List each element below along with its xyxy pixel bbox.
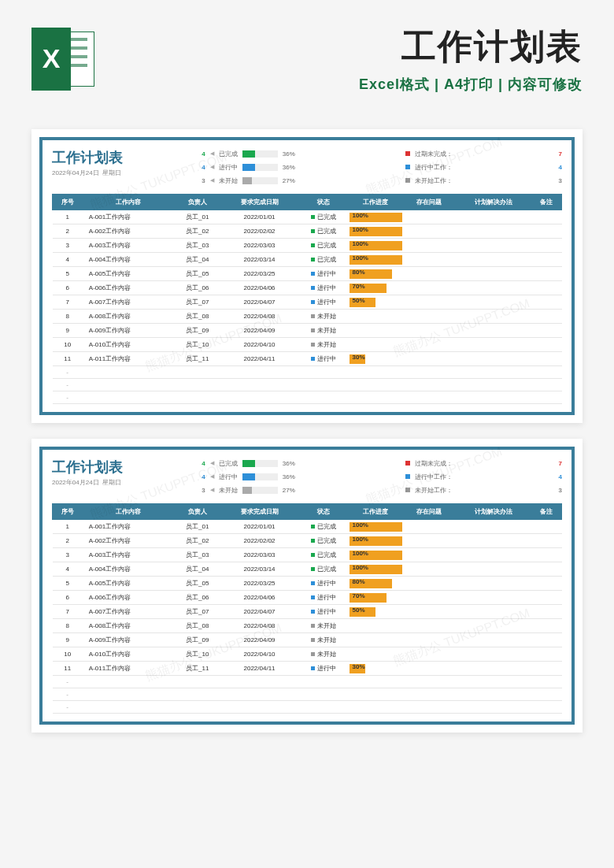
cell-issue <box>402 520 455 534</box>
page-header: X 工作计划表 Excel格式 | A4打印 | 内容可修改 <box>0 24 614 113</box>
cell-content: A-010工作内容 <box>83 338 174 352</box>
col-header: 备注 <box>531 504 561 520</box>
cell-owner: 员工_04 <box>173 562 221 577</box>
stat-bar <box>242 177 278 184</box>
cell-due: 2022/04/09 <box>221 324 298 338</box>
status-dot-icon <box>311 581 315 585</box>
cell-note <box>531 267 561 281</box>
stats-mid: 4 ◀ 已完成 36% 4 ◀ 进行中 36% 3 ◀ 未开始 27% <box>196 148 405 186</box>
cell-owner: 员工_02 <box>173 224 221 239</box>
dot-icon <box>405 178 410 183</box>
dot-icon <box>405 474 410 479</box>
progress-cell: 80% <box>350 267 402 281</box>
triangle-left-icon: ◀ <box>210 150 214 157</box>
cell-plan <box>455 591 531 605</box>
table-row: 2 A-002工作内容 员工_02 2022/02/02 已完成 100% <box>53 224 562 239</box>
cell-note <box>531 633 561 647</box>
cell-no: 3 <box>53 239 83 253</box>
cell-due: 2022/04/07 <box>221 605 298 619</box>
cell-note <box>531 295 561 310</box>
col-header: 状态 <box>298 195 350 210</box>
cell-status: 已完成 <box>298 253 350 267</box>
stats-right: 过期未完成： 7 进行中工作： 4 未开始工作： 3 <box>405 458 562 495</box>
cell-due: 2022/04/06 <box>221 281 298 295</box>
progress-cell: 50% <box>350 295 402 310</box>
table-row: 6 A-006工作内容 员工_06 2022/04/06 进行中 70% <box>53 281 562 295</box>
cell-owner: 员工_07 <box>173 605 221 619</box>
cell-status: 进行中 <box>298 281 350 295</box>
table-row: 5 A-005工作内容 员工_05 2022/03/25 进行中 80% <box>53 267 562 281</box>
progress-cell: 80% <box>350 577 402 591</box>
cell-plan <box>455 520 531 534</box>
table-row: 4 A-004工作内容 员工_04 2022/03/14 已完成 100% <box>53 562 562 577</box>
cell-owner: 员工_05 <box>173 577 221 591</box>
cell-plan <box>455 267 531 281</box>
table-row: 9 A-009工作内容 员工_09 2022/04/09 未开始 <box>53 324 562 338</box>
cell-plan <box>455 662 531 676</box>
cell-note <box>531 591 561 605</box>
summary-row: 未开始工作： 3 <box>405 484 562 495</box>
cell-owner: 员工_09 <box>173 324 221 338</box>
cell-no: 5 <box>53 577 83 591</box>
cell-note <box>531 324 561 338</box>
stat-label: 进行中 <box>219 163 238 172</box>
cell-content: A-005工作内容 <box>83 577 174 591</box>
cell-status: 已完成 <box>298 548 350 562</box>
cell-note <box>531 224 561 239</box>
cell-due: 2022/04/08 <box>221 619 298 633</box>
table-row: 2 A-002工作内容 员工_02 2022/02/02 已完成 100% <box>53 534 562 548</box>
summary-label: 未开始工作： <box>415 486 453 495</box>
cell-no: 10 <box>53 338 83 352</box>
cell-content: A-007工作内容 <box>83 605 174 619</box>
progress-cell: 50% <box>350 605 402 619</box>
status-dot-icon <box>311 343 315 347</box>
cell-note <box>531 338 561 352</box>
cell-no: 11 <box>53 662 83 676</box>
status-dot-icon <box>311 525 315 529</box>
dot-icon <box>405 488 410 492</box>
cell-note <box>531 605 561 619</box>
progress-cell: 100% <box>350 224 402 239</box>
cell-issue <box>402 591 455 605</box>
col-header: 工作进度 <box>350 504 402 520</box>
cell-status: 已完成 <box>298 520 350 534</box>
summary-row: 过期未完成： 7 <box>405 458 562 469</box>
cell-plan <box>455 605 531 619</box>
stat-row: 4 ◀ 进行中 36% <box>196 161 405 172</box>
stat-bar <box>242 473 278 480</box>
stat-row: 3 ◀ 未开始 27% <box>196 484 405 495</box>
cell-due: 2022/04/09 <box>221 633 298 647</box>
cell-no: 6 <box>53 281 83 295</box>
cell-issue <box>402 577 455 591</box>
cell-due: 2022/04/10 <box>221 647 298 662</box>
dot-icon <box>405 461 410 466</box>
cell-owner: 员工_02 <box>173 534 221 548</box>
progress-cell <box>350 310 402 324</box>
sheet-title: 工作计划表 <box>52 458 196 477</box>
page-title: 工作计划表 <box>110 24 583 70</box>
stats-right: 过期未完成： 7 进行中工作： 4 未开始工作： 3 <box>405 148 562 186</box>
cell-issue <box>402 295 455 310</box>
stat-count: 4 <box>196 150 205 158</box>
cell-issue <box>402 562 455 577</box>
cell-status: 进行中 <box>298 267 350 281</box>
table-row: 7 A-007工作内容 员工_07 2022/04/07 进行中 50% <box>53 605 562 619</box>
cell-status: 进行中 <box>298 295 350 310</box>
status-dot-icon <box>311 328 315 332</box>
cell-note <box>531 534 561 548</box>
cell-owner: 员工_03 <box>173 239 221 253</box>
cell-no: 10 <box>53 647 83 662</box>
cell-issue <box>402 352 455 366</box>
col-header: 备注 <box>531 195 561 210</box>
stat-count: 4 <box>196 164 205 171</box>
cell-no: 1 <box>53 520 83 534</box>
table-row-empty: - <box>53 366 562 379</box>
summary-label: 进行中工作： <box>415 473 453 481</box>
cell-status: 进行中 <box>298 662 350 676</box>
cell-no: 2 <box>53 534 83 548</box>
table-row: 1 A-001工作内容 员工_01 2022/01/01 已完成 100% <box>53 520 562 534</box>
cell-issue <box>402 647 455 662</box>
cell-status: 未开始 <box>298 310 350 324</box>
cell-due: 2022/04/10 <box>221 338 298 352</box>
cell-note <box>531 577 561 591</box>
